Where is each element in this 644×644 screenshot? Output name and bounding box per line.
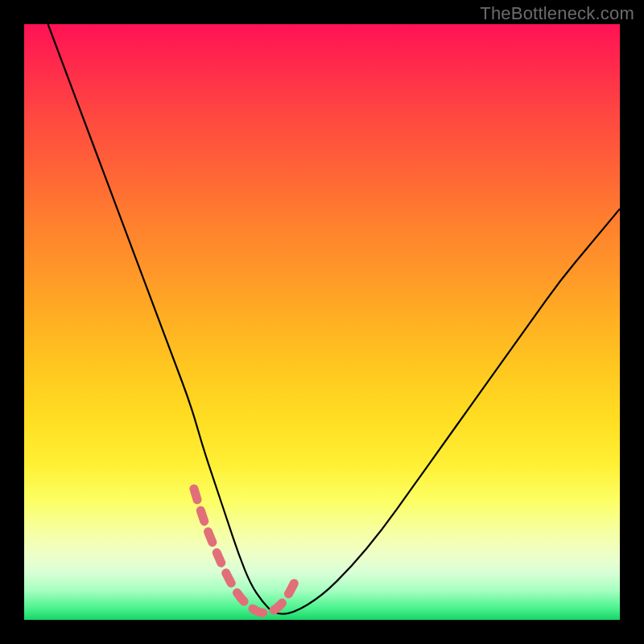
valley-dashed-highlight bbox=[194, 489, 299, 613]
gradient-plot-area bbox=[24, 24, 620, 620]
watermark-text: TheBottleneck.com bbox=[480, 3, 634, 24]
curve-svg bbox=[24, 24, 620, 620]
chart-frame: TheBottleneck.com bbox=[0, 0, 644, 644]
bottleneck-curve bbox=[48, 24, 620, 614]
